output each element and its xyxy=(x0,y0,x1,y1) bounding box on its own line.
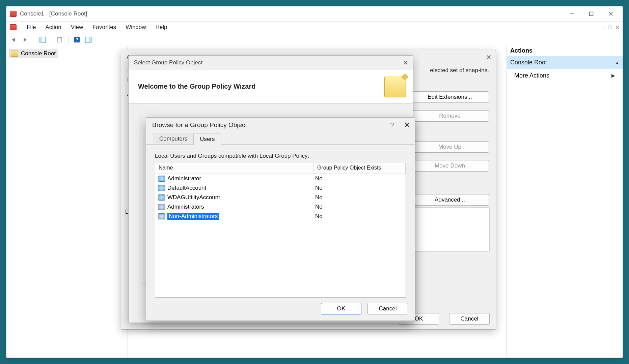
list-item-exists: No xyxy=(314,185,406,191)
menu-view[interactable]: View xyxy=(67,23,87,32)
list-item-exists: No xyxy=(314,213,406,220)
list-item-exists: No xyxy=(314,204,406,210)
show-hide-tree-button[interactable] xyxy=(38,35,47,45)
user-icon xyxy=(158,176,165,182)
child-restore-button[interactable]: ❐ xyxy=(607,24,614,30)
list-item-name: WDAGUtilityAccount xyxy=(167,194,220,201)
forward-button[interactable] xyxy=(21,35,30,45)
window-title: Console1 - [Console Root] xyxy=(20,10,87,17)
child-minimize-button[interactable]: – xyxy=(600,24,607,30)
move-down-button[interactable]: Move Down xyxy=(411,160,489,172)
browse-cancel-button[interactable]: Cancel xyxy=(367,303,408,314)
list-item[interactable]: Non-AdministratorsNo xyxy=(155,212,406,221)
browse-ok-button[interactable]: OK xyxy=(321,303,361,314)
menubar: File Action View Favorites Window Help –… xyxy=(6,21,623,33)
svg-rect-10 xyxy=(89,37,91,42)
list-item-name: Administrator xyxy=(167,175,201,182)
collapse-icon: ▲ xyxy=(615,60,619,65)
wizard-banner-text: Welcome to the Group Policy Wizard xyxy=(138,83,255,90)
toolbar: ? xyxy=(6,33,623,46)
svg-rect-5 xyxy=(39,37,42,42)
remove-button[interactable]: Remove xyxy=(411,110,489,122)
advanced-button[interactable]: Advanced... xyxy=(411,194,489,206)
menu-help[interactable]: Help xyxy=(152,23,171,32)
list-item-exists: No xyxy=(314,194,406,201)
close-icon[interactable]: ✕ xyxy=(486,53,492,61)
actions-more[interactable]: More Actions ▶ xyxy=(507,69,623,82)
actions-section-label: Console Root xyxy=(510,59,547,66)
browse-dialog-title: Browse for a Group Policy Object xyxy=(152,121,247,129)
intro-line-tail: elected set of snap-ins. xyxy=(430,67,489,74)
actions-more-label: More Actions xyxy=(514,72,549,79)
list-item[interactable]: DefaultAccountNo xyxy=(155,183,406,193)
doc-icon xyxy=(10,24,17,30)
list-item-exists: No xyxy=(314,175,406,182)
list-item[interactable]: AdministratorsNo xyxy=(155,202,406,212)
export-button[interactable] xyxy=(55,35,64,45)
scroll-icon xyxy=(384,76,406,97)
snapin-cancel-button[interactable]: Cancel xyxy=(449,313,490,325)
close-icon[interactable]: ✕ xyxy=(403,59,409,67)
tree-pane: Console Root xyxy=(6,46,128,358)
back-button[interactable] xyxy=(9,35,19,45)
menu-action[interactable]: Action xyxy=(41,23,65,32)
tree-item-label: Console Root xyxy=(21,50,56,57)
edit-extensions-button[interactable]: Edit Extensions... xyxy=(411,91,489,103)
user-group-listview[interactable]: Name Group Policy Object Exists Administ… xyxy=(155,163,406,298)
list-item[interactable]: AdministratorNo xyxy=(155,174,406,183)
folder-icon xyxy=(11,51,18,57)
svg-text:?: ? xyxy=(76,37,79,42)
help-icon[interactable]: ? xyxy=(390,121,394,129)
child-close-button[interactable]: ✕ xyxy=(614,24,621,30)
group-icon xyxy=(158,213,165,219)
actions-header: Actions xyxy=(507,46,623,56)
minimize-button[interactable] xyxy=(562,6,581,21)
browse-list-label: Local Users and Groups compatible with L… xyxy=(155,153,406,159)
close-button[interactable] xyxy=(601,6,621,21)
app-icon xyxy=(10,11,17,17)
group-icon xyxy=(158,204,165,210)
wizard-title: Select Group Policy Object xyxy=(134,59,202,66)
list-item-name: Non-Administrators xyxy=(167,213,219,220)
tab-computers[interactable]: Computers xyxy=(153,133,194,144)
list-item-name: Administrators xyxy=(167,204,204,210)
browse-gpo-dialog: Browse for a Group Policy Object ? ✕ Com… xyxy=(146,117,415,321)
menu-window[interactable]: Window xyxy=(121,23,150,32)
user-icon xyxy=(158,185,165,191)
actions-pane: Actions Console Root ▲ More Actions ▶ xyxy=(507,46,623,358)
submenu-icon: ▶ xyxy=(611,73,615,78)
menu-file[interactable]: File xyxy=(23,23,40,32)
move-up-button[interactable]: Move Up xyxy=(411,141,489,153)
maximize-button[interactable] xyxy=(581,6,601,21)
tree-item-console-root[interactable]: Console Root xyxy=(9,49,58,58)
user-icon xyxy=(158,194,165,201)
column-name[interactable]: Name xyxy=(155,163,314,174)
menu-favorites[interactable]: Favorites xyxy=(88,23,120,32)
tabs: Computers Users xyxy=(146,132,415,145)
column-gpo-exists[interactable]: Group Policy Object Exists xyxy=(314,163,406,174)
help-button[interactable]: ? xyxy=(72,35,82,45)
svg-rect-1 xyxy=(590,12,593,16)
close-icon[interactable]: ✕ xyxy=(404,121,410,129)
tab-users[interactable]: Users xyxy=(193,133,221,145)
listview-header: Name Group Policy Object Exists xyxy=(155,163,406,174)
list-item-name: DefaultAccount xyxy=(167,185,206,191)
titlebar: Console1 - [Console Root] xyxy=(6,6,623,21)
actions-section-console-root[interactable]: Console Root ▲ xyxy=(507,56,623,69)
show-hide-action-button[interactable] xyxy=(84,35,93,45)
list-item[interactable]: WDAGUtilityAccountNo xyxy=(155,193,406,202)
